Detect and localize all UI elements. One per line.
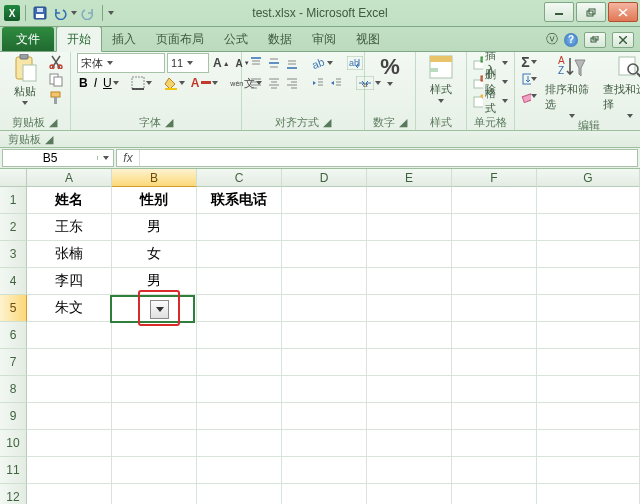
cell[interactable] bbox=[367, 403, 452, 430]
cell[interactable] bbox=[452, 349, 537, 376]
cell[interactable] bbox=[197, 430, 282, 457]
cell[interactable] bbox=[112, 349, 197, 376]
tab-layout[interactable]: 页面布局 bbox=[146, 27, 214, 51]
col-header-D[interactable]: D bbox=[282, 169, 367, 187]
cell[interactable]: 男 bbox=[112, 268, 197, 295]
cell[interactable] bbox=[282, 268, 367, 295]
cell[interactable] bbox=[367, 349, 452, 376]
col-header-G[interactable]: G bbox=[537, 169, 640, 187]
percent-style-button[interactable]: % bbox=[371, 54, 409, 86]
cell[interactable] bbox=[197, 484, 282, 504]
row-header[interactable]: 6 bbox=[0, 322, 27, 349]
cell[interactable] bbox=[452, 376, 537, 403]
align-top-button[interactable] bbox=[248, 54, 264, 72]
cell[interactable] bbox=[282, 376, 367, 403]
align-bottom-button[interactable] bbox=[284, 54, 300, 72]
font-launcher-icon[interactable]: ◢ bbox=[164, 117, 174, 127]
align-right-button[interactable] bbox=[284, 74, 300, 92]
font-color-button[interactable]: A bbox=[189, 74, 221, 92]
cell[interactable]: 朱文 bbox=[27, 295, 112, 322]
cell[interactable] bbox=[537, 295, 640, 322]
cell[interactable] bbox=[112, 403, 197, 430]
paste-button[interactable]: 粘贴 bbox=[6, 54, 44, 105]
cell[interactable]: 姓名 bbox=[27, 187, 112, 214]
tab-home[interactable]: 开始 bbox=[56, 26, 102, 52]
name-box-dropdown[interactable] bbox=[97, 156, 113, 160]
row-header[interactable]: 9 bbox=[0, 403, 27, 430]
row-header[interactable]: 1 bbox=[0, 187, 27, 214]
tab-review[interactable]: 审阅 bbox=[302, 27, 346, 51]
copy-button[interactable] bbox=[48, 72, 64, 88]
cell[interactable] bbox=[27, 322, 112, 349]
cell[interactable] bbox=[537, 403, 640, 430]
cell[interactable] bbox=[367, 484, 452, 504]
cell[interactable] bbox=[112, 322, 197, 349]
cell[interactable] bbox=[197, 214, 282, 241]
cell[interactable] bbox=[27, 376, 112, 403]
mdi-restore-button[interactable] bbox=[584, 32, 606, 48]
decrease-indent-button[interactable] bbox=[310, 74, 326, 92]
cell[interactable] bbox=[27, 457, 112, 484]
font-size-combo[interactable]: 11 bbox=[167, 53, 209, 73]
cell[interactable] bbox=[452, 214, 537, 241]
cell[interactable] bbox=[367, 214, 452, 241]
align-middle-button[interactable] bbox=[266, 54, 282, 72]
number-launcher-icon[interactable]: ◢ bbox=[398, 117, 408, 127]
cell[interactable] bbox=[537, 457, 640, 484]
qat-save-button[interactable] bbox=[31, 4, 49, 22]
window-restore-button[interactable] bbox=[576, 2, 606, 22]
cell[interactable] bbox=[282, 484, 367, 504]
col-header-C[interactable]: C bbox=[197, 169, 282, 187]
cell[interactable] bbox=[537, 241, 640, 268]
row-header[interactable]: 8 bbox=[0, 376, 27, 403]
cell[interactable] bbox=[282, 403, 367, 430]
sort-filter-button[interactable]: AZ 排序和筛选 bbox=[545, 54, 599, 118]
cell[interactable] bbox=[197, 322, 282, 349]
cell[interactable] bbox=[537, 430, 640, 457]
format-painter-button[interactable] bbox=[48, 90, 64, 106]
cell[interactable] bbox=[112, 430, 197, 457]
bold-button[interactable]: B bbox=[77, 74, 90, 92]
cell[interactable] bbox=[452, 430, 537, 457]
row-header[interactable]: 12 bbox=[0, 484, 27, 504]
cell[interactable] bbox=[282, 214, 367, 241]
cell[interactable] bbox=[282, 295, 367, 322]
cell[interactable] bbox=[27, 484, 112, 504]
cell[interactable] bbox=[282, 241, 367, 268]
border-button[interactable] bbox=[129, 74, 154, 92]
cell[interactable] bbox=[197, 349, 282, 376]
cell[interactable] bbox=[537, 187, 640, 214]
align-left-button[interactable] bbox=[248, 74, 264, 92]
cell[interactable] bbox=[537, 268, 640, 295]
data-validation-dropdown-button[interactable] bbox=[150, 300, 169, 319]
orientation-button[interactable]: ab bbox=[310, 54, 335, 72]
cell[interactable] bbox=[282, 430, 367, 457]
col-header-B[interactable]: B bbox=[112, 169, 197, 187]
qat-undo-dropdown[interactable] bbox=[71, 11, 77, 15]
cell[interactable]: 王东 bbox=[27, 214, 112, 241]
fx-icon[interactable]: fx bbox=[117, 150, 140, 166]
cell[interactable] bbox=[452, 403, 537, 430]
tab-view[interactable]: 视图 bbox=[346, 27, 390, 51]
tab-insert[interactable]: 插入 bbox=[102, 27, 146, 51]
cell-styles-button[interactable]: 样式 bbox=[422, 54, 460, 103]
cell[interactable] bbox=[282, 187, 367, 214]
cell[interactable] bbox=[367, 322, 452, 349]
row-header[interactable]: 2 bbox=[0, 214, 27, 241]
format-cells-button[interactable]: 格式 bbox=[473, 92, 508, 110]
cell[interactable]: 女 bbox=[112, 241, 197, 268]
cell[interactable] bbox=[197, 295, 282, 322]
row-header[interactable]: 3 bbox=[0, 241, 27, 268]
cell[interactable] bbox=[112, 376, 197, 403]
cell[interactable] bbox=[537, 349, 640, 376]
help-icon[interactable]: ? bbox=[564, 33, 578, 47]
row-header[interactable]: 7 bbox=[0, 349, 27, 376]
cell[interactable] bbox=[367, 457, 452, 484]
clear-button[interactable] bbox=[521, 88, 537, 104]
font-name-combo[interactable]: 宋体 bbox=[77, 53, 165, 73]
cell[interactable] bbox=[197, 403, 282, 430]
cut-button[interactable] bbox=[48, 54, 64, 70]
tab-formulas[interactable]: 公式 bbox=[214, 27, 258, 51]
cell[interactable] bbox=[282, 322, 367, 349]
qat-customize-dropdown[interactable] bbox=[108, 11, 114, 15]
